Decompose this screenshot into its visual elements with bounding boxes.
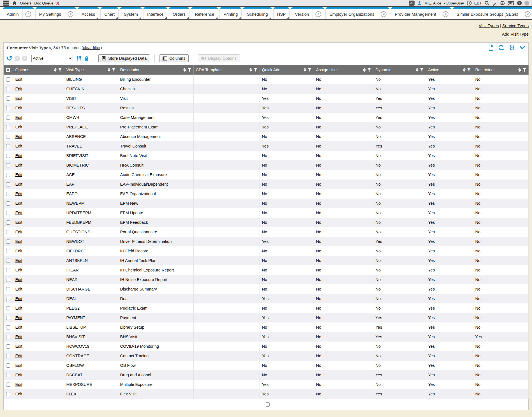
tab-system[interactable]: System ↗ [120,7,142,19]
keyboard-icon[interactable] [508,1,514,5]
filter-funnel-icon[interactable] [420,68,424,72]
edit-link[interactable]: Edit [15,315,22,320]
row-checkbox[interactable] [6,125,10,129]
sort-icon[interactable] [54,68,57,72]
filter-funnel-icon[interactable] [58,68,62,72]
globe-icon[interactable] [500,1,505,6]
edit-link[interactable]: Edit [15,115,22,120]
sort-icon[interactable] [416,68,418,72]
column-header-cda-template[interactable]: CDA Template [193,65,260,75]
sort-icon[interactable] [183,68,186,72]
open-external-icon[interactable]: ↗ [65,9,76,19]
edit-link[interactable]: Edit [15,335,22,339]
row-checkbox[interactable] [6,363,10,368]
edit-link[interactable]: Edit [15,354,22,358]
row-checkbox[interactable] [6,96,10,101]
row-checkbox[interactable] [6,220,10,225]
clock-icon[interactable] [467,1,472,6]
row-checkbox[interactable] [6,163,10,167]
row-checkbox[interactable] [6,335,10,339]
tab-admin[interactable]: Admin ↗ [3,7,34,19]
search-icon[interactable] [484,1,490,6]
row-checkbox[interactable] [6,135,10,139]
tab-employer-organizations[interactable]: Employer Organizations ↗ [325,7,389,19]
row-checkbox[interactable] [6,373,10,377]
column-header-assign-user[interactable]: Assign User [314,65,373,75]
edit-link[interactable]: Edit [15,106,22,110]
tab-hsp[interactable]: HSP ↗ [273,7,290,19]
row-checkbox[interactable] [6,116,10,120]
row-checkbox[interactable] [6,192,10,196]
forward-icon[interactable] [22,56,27,61]
store-displayed-data-button[interactable]: Store Displayed Data [98,54,150,62]
edit-link[interactable]: Edit [15,249,22,253]
filter-funnel-icon[interactable] [367,68,371,72]
edit-link[interactable]: Edit [15,287,22,291]
new-document-icon[interactable] [489,45,494,51]
row-checkbox[interactable] [6,268,10,272]
visit-types-link[interactable]: Visit Types [479,23,499,28]
edit-link[interactable]: Edit [15,344,22,349]
filter-funnel-icon[interactable] [523,68,526,72]
row-checkbox[interactable] [6,230,10,234]
row-checkbox[interactable] [6,259,10,263]
row-checkbox[interactable] [6,154,10,158]
service-types-link[interactable]: Service Types [502,23,529,28]
lock-icon[interactable] [84,56,89,61]
column-header-quick-add[interactable]: Quick Add [260,65,314,75]
column-header-visit-type[interactable]: Visit Type [64,65,118,75]
tab-scheduling[interactable]: Scheduling ↗ [243,7,272,19]
tab-provider-management[interactable]: Provider Management ↗ [391,7,451,19]
row-checkbox[interactable] [6,144,10,148]
ai-badge[interactable]: AI [409,1,415,6]
column-header-options[interactable]: Options [13,65,64,75]
row-checkbox[interactable] [6,354,10,358]
filter-funnel-icon[interactable] [254,68,257,72]
back-icon[interactable] [15,56,20,61]
save-icon[interactable] [76,56,82,61]
edit-link[interactable]: Edit [15,363,22,368]
user-name[interactable]: MIE, Alice [424,1,441,5]
undo-icon[interactable]: ↺ [6,55,12,61]
row-checkbox[interactable] [6,239,10,244]
column-header-restricted[interactable]: Restricted [473,65,528,75]
refresh-icon[interactable] [498,45,504,51]
tab-similar-exposure-groups-segs[interactable]: Similar Exposure Groups (SEGs) ↗ [453,7,532,19]
edit-link[interactable]: Edit [15,392,22,396]
edit-link[interactable]: Edit [15,258,22,263]
tab-access[interactable]: Access ↗ [78,7,99,19]
row-checkbox[interactable] [6,344,10,349]
footer-row-checkbox[interactable] [266,402,270,407]
open-external-icon[interactable]: ↗ [378,9,389,19]
edit-link[interactable]: Edit [15,87,22,91]
tab-chart[interactable]: Chart ↗ [100,7,119,19]
edit-link[interactable]: Edit [15,172,22,177]
edit-link[interactable]: Edit [15,382,22,387]
column-header-dynamic[interactable]: Dynamic [373,65,426,75]
edit-link[interactable]: Edit [15,325,22,330]
breadcrumb-orders[interactable]: Orders [20,1,31,5]
active-filter-select[interactable]: Active [31,55,73,62]
gear-icon[interactable]: ⚙ [509,45,515,50]
row-checkbox[interactable] [6,287,10,291]
edit-link[interactable]: Edit [15,296,22,301]
edit-link[interactable]: Edit [15,306,22,310]
open-external-icon[interactable]: ↗ [522,9,532,19]
sort-icon[interactable] [304,68,306,72]
row-checkbox[interactable] [6,306,10,310]
row-checkbox[interactable] [6,392,10,396]
edit-link[interactable]: Edit [15,163,22,167]
edit-link[interactable]: Edit [15,96,22,101]
sort-icon[interactable] [518,68,521,72]
sort-icon[interactable] [249,68,252,72]
edit-link[interactable]: Edit [15,192,22,196]
row-checkbox[interactable] [6,278,10,282]
clear-filter-link[interactable]: (clear filter) [82,45,102,50]
filter-funnel-icon[interactable] [112,68,115,72]
column-header-description[interactable]: Description [118,65,193,75]
edit-link[interactable]: Edit [15,277,22,282]
open-external-icon[interactable]: ↗ [22,9,34,19]
row-checkbox[interactable] [6,316,10,320]
sort-icon[interactable] [463,68,466,72]
home-icon[interactable] [12,1,17,6]
